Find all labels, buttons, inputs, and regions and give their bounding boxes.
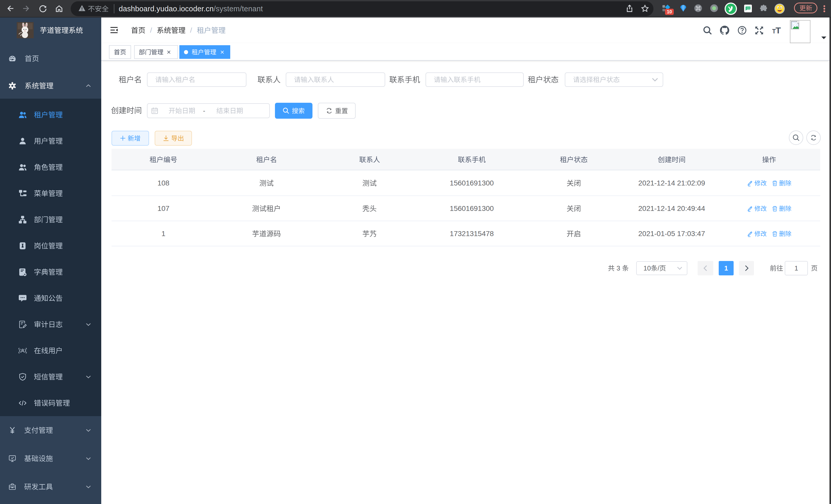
svg-text:T: T (775, 26, 781, 35)
svg-text:T: T (772, 28, 776, 35)
